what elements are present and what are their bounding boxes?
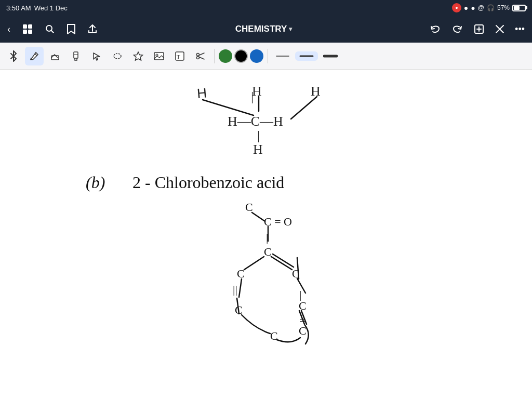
color-black[interactable] bbox=[234, 49, 248, 63]
svg-line-24 bbox=[199, 57, 204, 59]
svg-line-62 bbox=[239, 279, 242, 297]
svg-text:(b): (b) bbox=[86, 173, 105, 192]
svg-line-37 bbox=[291, 97, 317, 119]
battery-indicator bbox=[512, 5, 526, 11]
nav-left: ‹ bbox=[4, 20, 101, 38]
svg-text:2 - Chlorobenzoic  acid: 2 - Chlorobenzoic acid bbox=[132, 173, 284, 192]
toolbar-divider-2 bbox=[268, 49, 268, 63]
status-right: ● ● ● @ 🎧 57% bbox=[452, 3, 526, 12]
svg-text:C: C bbox=[299, 299, 307, 312]
battery-box bbox=[512, 5, 526, 11]
svg-line-48 bbox=[273, 254, 294, 267]
stroke-thin-button[interactable] bbox=[272, 50, 293, 62]
close-button[interactable] bbox=[492, 21, 508, 37]
share-button[interactable] bbox=[84, 21, 101, 37]
svg-text:C: C bbox=[270, 329, 278, 342]
svg-line-29 bbox=[203, 100, 254, 115]
redo-button[interactable] bbox=[448, 20, 466, 38]
svg-marker-16 bbox=[134, 52, 143, 60]
scissors-tool-button[interactable] bbox=[191, 47, 210, 65]
status-bar: 3:50 AM Wed 1 Dec ● ● ● @ 🎧 57% bbox=[0, 0, 532, 16]
svg-text:|: | bbox=[266, 231, 268, 244]
canvas-area[interactable]: H | H H H—C—H | H (b) 2 - Chlorobenzoic … bbox=[0, 70, 532, 399]
battery-fill bbox=[514, 6, 520, 10]
bookmark-button[interactable] bbox=[63, 20, 79, 38]
wifi-icon: ● bbox=[464, 4, 468, 12]
grid-button[interactable] bbox=[19, 20, 36, 38]
chevron-icon: ▾ bbox=[289, 25, 292, 33]
record-indicator: ● bbox=[452, 3, 461, 12]
color-blue[interactable] bbox=[250, 49, 263, 63]
svg-line-41 bbox=[252, 212, 265, 221]
eraser-tool-button[interactable] bbox=[46, 47, 64, 65]
color-green[interactable] bbox=[219, 49, 232, 63]
drawing-toolbar: T bbox=[0, 43, 532, 70]
svg-text:T: T bbox=[177, 54, 180, 60]
top-toolbar: ‹ CHEMISTRY bbox=[0, 16, 532, 43]
nav-right: ••• bbox=[427, 20, 528, 38]
headphone-icon: 🎧 bbox=[487, 4, 495, 11]
search-button[interactable] bbox=[42, 21, 58, 37]
lasso-tool-button[interactable] bbox=[108, 47, 127, 65]
time-display: 3:50 AM bbox=[6, 4, 31, 12]
svg-text:C: C bbox=[245, 201, 253, 214]
svg-text:|: | bbox=[257, 128, 260, 143]
svg-line-46 bbox=[244, 257, 264, 270]
svg-rect-1 bbox=[28, 24, 32, 29]
pen-tool-button[interactable] bbox=[25, 47, 44, 65]
svg-rect-2 bbox=[23, 30, 27, 34]
date-display: Wed 1 Dec bbox=[34, 4, 68, 12]
svg-line-23 bbox=[199, 53, 204, 56]
svg-rect-13 bbox=[74, 52, 78, 58]
svg-line-47 bbox=[271, 257, 292, 270]
document-title[interactable]: CHEMISTRY ▾ bbox=[101, 24, 427, 34]
svg-line-5 bbox=[51, 31, 54, 33]
stroke-thick-button[interactable] bbox=[320, 50, 341, 62]
svg-text:H: H bbox=[252, 84, 262, 99]
svg-point-15 bbox=[114, 54, 121, 59]
svg-text:H: H bbox=[311, 84, 321, 99]
star-tool-button[interactable] bbox=[129, 47, 148, 65]
svg-rect-0 bbox=[23, 24, 27, 29]
add-page-button[interactable] bbox=[470, 20, 488, 38]
undo-button[interactable] bbox=[427, 20, 444, 38]
svg-text:C: C bbox=[264, 245, 272, 258]
highlighter-tool-button[interactable] bbox=[66, 47, 85, 65]
svg-text:H: H bbox=[196, 85, 207, 101]
svg-text:H—C—H: H—C—H bbox=[228, 114, 283, 129]
image-tool-button[interactable] bbox=[150, 47, 168, 65]
svg-text:C: C bbox=[237, 267, 245, 280]
at-icon: @ bbox=[478, 4, 484, 11]
text-tool-button[interactable]: T bbox=[170, 47, 189, 65]
wifi-signal-icon: ● bbox=[471, 4, 475, 12]
back-button[interactable]: ‹ bbox=[4, 21, 14, 38]
svg-text:||: || bbox=[233, 283, 237, 296]
stroke-medium-button[interactable] bbox=[295, 51, 318, 61]
battery-percent: 57% bbox=[497, 4, 510, 11]
selection-tool-button[interactable] bbox=[87, 47, 106, 65]
more-button[interactable]: ••• bbox=[512, 21, 528, 38]
toolbar-divider-1 bbox=[214, 49, 215, 63]
status-left: 3:50 AM Wed 1 Dec bbox=[6, 4, 68, 12]
svg-rect-3 bbox=[28, 30, 32, 34]
svg-text:H: H bbox=[253, 142, 263, 157]
bluetooth-button[interactable] bbox=[4, 47, 23, 65]
